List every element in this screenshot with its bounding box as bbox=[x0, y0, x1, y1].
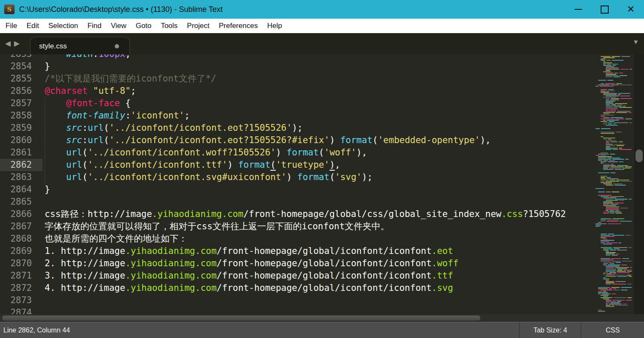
menu-bar: FileEditSelectionFindViewGotoToolsProjec… bbox=[0, 19, 644, 33]
line-number: 2873 bbox=[0, 294, 43, 307]
line-number: 2865 bbox=[0, 196, 43, 208]
close-icon: ✕ bbox=[627, 5, 635, 14]
code-line-text[interactable]: @font-face { bbox=[43, 97, 131, 110]
menu-item-find[interactable]: Find bbox=[83, 19, 106, 33]
forward-icon[interactable]: ▶ bbox=[14, 39, 23, 48]
line-number: 2853 bbox=[0, 54, 43, 60]
minimap[interactable] bbox=[594, 54, 634, 314]
code-line-text[interactable] bbox=[43, 307, 45, 314]
code-line: 2858 font-family:'iconfont'; bbox=[0, 110, 644, 122]
code-line: 28691. http://image.yihaodianimg.com/fro… bbox=[0, 245, 644, 257]
code-line-text[interactable]: } bbox=[43, 60, 50, 73]
code-line: 2866css路径：http://image.yihaodianimg.com/… bbox=[0, 208, 644, 220]
status-bar: Line 2862, Column 44 Tab Size: 4 CSS bbox=[0, 322, 644, 338]
code-line: 2857 @font-face { bbox=[0, 97, 644, 110]
menu-item-goto[interactable]: Goto bbox=[131, 19, 156, 33]
code-line: 2859 src:url('../iconfont/iconfont.eot?1… bbox=[0, 122, 644, 134]
menu-item-selection[interactable]: Selection bbox=[44, 19, 83, 33]
code-line-text[interactable] bbox=[43, 196, 45, 208]
code-line: 2860 src:url('../iconfont/iconfont.eot?1… bbox=[0, 134, 644, 146]
minimize-button[interactable] bbox=[565, 0, 591, 19]
editor-area[interactable]: 2853 width:100px;2854}2855/*以下就是我们需要的ico… bbox=[0, 54, 644, 314]
code-line: 2863 url('../iconfont/iconfont.svg#uxico… bbox=[0, 171, 644, 183]
code-line-text[interactable]: 2. http://image.yihaodianimg.com/front-h… bbox=[43, 257, 459, 270]
code-line-text[interactable] bbox=[43, 294, 45, 307]
line-number: 2874 bbox=[0, 307, 43, 314]
tab-nav-arrows: ◀▶ bbox=[5, 39, 23, 48]
tab-style-css[interactable]: style.css bbox=[30, 37, 130, 55]
code-line-text[interactable]: @charset "utf-8"; bbox=[43, 85, 136, 97]
line-number: 2864 bbox=[0, 183, 43, 196]
menu-item-file[interactable]: File bbox=[1, 19, 22, 33]
code-line: 2865 bbox=[0, 196, 644, 208]
line-number: 2868 bbox=[0, 233, 43, 245]
menu-item-project[interactable]: Project bbox=[182, 19, 214, 33]
back-icon[interactable]: ◀ bbox=[5, 39, 14, 48]
menu-item-view[interactable]: View bbox=[106, 19, 131, 33]
code-view[interactable]: 2853 width:100px;2854}2855/*以下就是我们需要的ico… bbox=[0, 54, 644, 314]
minimize-icon bbox=[575, 9, 582, 10]
line-number: 2871 bbox=[0, 270, 43, 282]
line-number: 2867 bbox=[0, 220, 43, 233]
sublime-text-window: S C:\Users\Colorado\Desktop\style.css • … bbox=[0, 0, 644, 338]
vertical-scrollbar[interactable] bbox=[634, 54, 644, 314]
code-line-text[interactable]: font-family:'iconfont'; bbox=[43, 110, 190, 122]
code-line: 2874 bbox=[0, 307, 644, 314]
code-line-text[interactable]: css路径：http://image.yihaodianimg.com/fron… bbox=[43, 208, 566, 220]
syntax-button[interactable]: CSS bbox=[581, 322, 644, 338]
maximize-button[interactable] bbox=[591, 0, 618, 19]
code-line: 2855/*以下就是我们需要的iconfont文件了*/ bbox=[0, 73, 644, 85]
code-line-text[interactable]: 3. http://image.yihaodianimg.com/front-h… bbox=[43, 270, 453, 282]
line-number: 2857 bbox=[0, 97, 43, 110]
code-line: 28702. http://image.yihaodianimg.com/fro… bbox=[0, 257, 644, 270]
code-line-text[interactable]: } bbox=[43, 183, 50, 196]
menu-item-help[interactable]: Help bbox=[262, 19, 287, 33]
line-number: 2854 bbox=[0, 60, 43, 73]
code-line-text[interactable]: url('../iconfont/iconfont.ttf') format('… bbox=[43, 159, 340, 171]
tab-label: style.css bbox=[39, 42, 67, 51]
vertical-scrollbar-thumb[interactable] bbox=[635, 149, 643, 162]
code-line: 2854} bbox=[0, 60, 644, 73]
app-icon-letter: S bbox=[7, 6, 12, 13]
code-line-text[interactable]: 4. http://image.yihaodianimg.com/front-h… bbox=[43, 282, 453, 294]
code-line: 2868也就是所需的四个文件的地址如下： bbox=[0, 233, 644, 245]
line-number: 2866 bbox=[0, 208, 43, 220]
cursor-position-status: Line 2862, Column 44 bbox=[0, 322, 519, 338]
tab-bar: ◀▶ style.css ▼ bbox=[0, 33, 644, 54]
code-line: 2856@charset "utf-8"; bbox=[0, 85, 644, 97]
code-line-text[interactable]: /*以下就是我们需要的iconfont文件了*/ bbox=[43, 73, 216, 85]
code-line: 2862 url('../iconfont/iconfont.ttf') for… bbox=[0, 159, 644, 171]
code-line: 2853 width:100px; bbox=[0, 54, 644, 60]
line-number: 2858 bbox=[0, 110, 43, 122]
line-number: 2859 bbox=[0, 122, 43, 134]
tab-overflow-dropdown-icon[interactable]: ▼ bbox=[633, 38, 639, 45]
line-number: 2860 bbox=[0, 134, 43, 146]
code-line-text[interactable]: src:url('../iconfont/iconfont.eot?150552… bbox=[43, 122, 303, 134]
menu-item-preferences[interactable]: Preferences bbox=[214, 19, 263, 33]
title-bar[interactable]: S C:\Users\Colorado\Desktop\style.css • … bbox=[0, 0, 644, 19]
window-controls: ✕ bbox=[565, 0, 644, 19]
code-line-text[interactable]: width:100px; bbox=[43, 54, 131, 60]
code-line: 28713. http://image.yihaodianimg.com/fro… bbox=[0, 270, 644, 282]
menu-item-edit[interactable]: Edit bbox=[22, 19, 43, 33]
line-number: 2870 bbox=[0, 257, 43, 270]
code-line: 2864} bbox=[0, 183, 644, 196]
menu-item-tools[interactable]: Tools bbox=[156, 19, 182, 33]
code-line-text[interactable]: src:url('../iconfont/iconfont.eot?150552… bbox=[43, 134, 491, 146]
horizontal-scrollbar[interactable] bbox=[0, 314, 644, 322]
close-button[interactable]: ✕ bbox=[618, 0, 644, 19]
tab-size-button[interactable]: Tab Size: 4 bbox=[519, 322, 581, 338]
code-line-text[interactable]: 1. http://image.yihaodianimg.com/front-h… bbox=[43, 245, 453, 257]
code-line-text[interactable]: url('../iconfont/iconfont.svg#uxiconfont… bbox=[43, 171, 372, 183]
code-line-text[interactable]: 字体存放的位置就可以得知了，相对于css文件往上返一层下面的iconfont文件… bbox=[43, 220, 389, 233]
line-number: 2861 bbox=[0, 146, 43, 159]
line-number: 2869 bbox=[0, 245, 43, 257]
code-line-text[interactable]: 也就是所需的四个文件的地址如下： bbox=[43, 233, 187, 245]
horizontal-scrollbar-thumb[interactable] bbox=[2, 315, 480, 321]
maximize-icon bbox=[601, 6, 609, 14]
window-title: C:\Users\Colorado\Desktop\style.css • (1… bbox=[19, 5, 223, 14]
code-line: 2861 url('../iconfont/iconfont.woff?1505… bbox=[0, 146, 644, 159]
sublime-app-icon: S bbox=[4, 4, 15, 14]
line-number: 2872 bbox=[0, 282, 43, 294]
code-line-text[interactable]: url('../iconfont/iconfont.woff?1505526')… bbox=[43, 146, 367, 159]
